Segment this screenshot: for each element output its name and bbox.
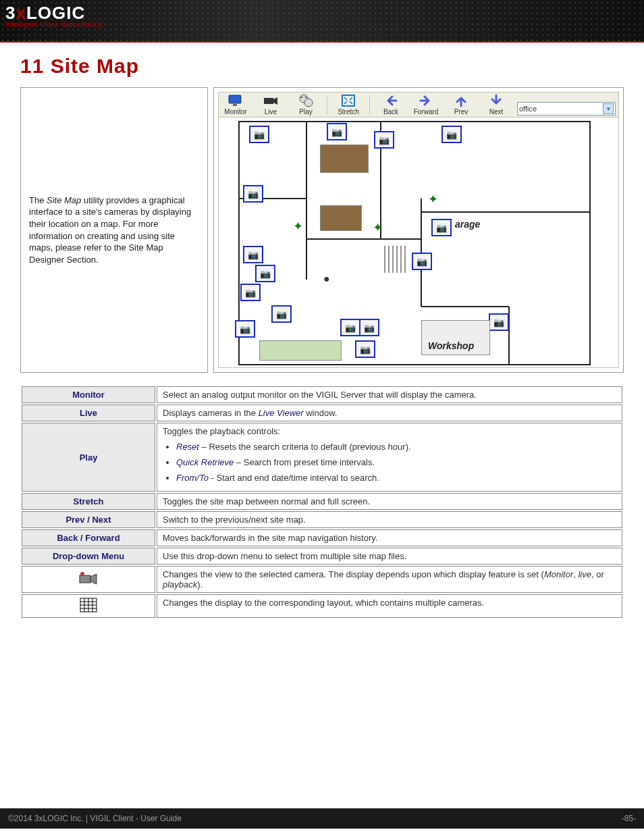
camera-marker[interactable]: 📷 bbox=[359, 319, 379, 336]
camera-marker[interactable]: 📷 bbox=[489, 313, 509, 331]
brand-tagline: Intelligent Video Surveillance bbox=[5, 21, 102, 28]
camera-small-icon bbox=[79, 571, 98, 586]
footer-left: ©2014 3xLOGIC Inc. | VIGIL Client - User… bbox=[8, 814, 182, 823]
prev-button[interactable]: Prev bbox=[447, 94, 475, 115]
next-button[interactable]: Next bbox=[482, 94, 510, 115]
camera-marker[interactable]: 📷 bbox=[271, 305, 292, 323]
camera-marker[interactable]: 📷 bbox=[374, 131, 394, 149]
room-label-garage: arage bbox=[455, 219, 480, 230]
svg-marker-25 bbox=[90, 574, 97, 584]
header-band: 3xLOGIC Intelligent Video Surveillance bbox=[0, 0, 644, 43]
camera-marker[interactable]: 📷 bbox=[240, 284, 261, 301]
forward-button[interactable]: Forward bbox=[412, 94, 440, 115]
svg-point-5 bbox=[304, 99, 313, 107]
svg-rect-8 bbox=[342, 95, 354, 106]
grid-icon bbox=[80, 598, 97, 613]
row-desc-monitor: Select an analog output monitor on the V… bbox=[157, 386, 622, 403]
row-desc-play: Toggles the playback controls: Reset – R… bbox=[157, 423, 622, 492]
svg-rect-2 bbox=[264, 98, 273, 104]
camera-marker[interactable]: 📷 bbox=[327, 123, 347, 140]
page-body: 11 Site Map The Site Map utility provide… bbox=[0, 43, 644, 619]
camera-marker[interactable]: 📷 bbox=[243, 185, 263, 203]
intro-text-box: The Site Map utility provides a graphica… bbox=[20, 87, 208, 373]
camera-marker[interactable]: 📷 bbox=[441, 126, 462, 143]
row-label-backfwd: Back / Forward bbox=[22, 529, 155, 546]
floorplan-canvas[interactable]: 📷 📷 📷 📷 📷 📷 📷 📷 📷 📷 📷 📷 📷 📷 📷 📷 bbox=[218, 118, 619, 368]
row-label-grid-icon bbox=[22, 594, 155, 618]
row-desc-stretch: Toggles the site map between normal and … bbox=[157, 493, 622, 510]
live-button[interactable]: Live bbox=[257, 94, 285, 115]
camera-marker[interactable]: 📷 bbox=[355, 340, 375, 358]
svg-point-6 bbox=[301, 97, 303, 99]
row-label-live: Live bbox=[22, 405, 155, 421]
svg-rect-24 bbox=[80, 575, 90, 583]
row-desc-camera-icon: Changes the view to the selected camera.… bbox=[157, 566, 622, 593]
row-desc-prevnext: Switch to the previous/next site map. bbox=[157, 511, 622, 528]
section-title: 11 Site Map bbox=[20, 55, 624, 78]
walls-icon bbox=[219, 118, 618, 367]
sitemap-select-value: office bbox=[519, 105, 537, 113]
controls-table: Monitor Select an analog output monitor … bbox=[20, 385, 624, 619]
footer-page-number: -85- bbox=[622, 814, 636, 823]
row-label-dropdown: Drop-down Menu bbox=[22, 548, 155, 565]
monitor-button[interactable]: Monitor bbox=[221, 94, 250, 115]
camera-marker[interactable]: 📷 bbox=[412, 253, 432, 270]
sitemap-screenshot: Monitor Live Play bbox=[213, 87, 624, 373]
camera-icon bbox=[263, 94, 279, 107]
arrow-right-icon bbox=[418, 94, 434, 107]
arrow-left-icon bbox=[383, 94, 399, 107]
camera-marker[interactable]: 📷 bbox=[255, 265, 275, 282]
svg-point-26 bbox=[80, 572, 84, 576]
row-label-stretch: Stretch bbox=[22, 493, 155, 510]
sitemap-toolbar: Monitor Live Play bbox=[218, 92, 619, 118]
stretch-button[interactable]: Stretch bbox=[334, 94, 363, 115]
back-button[interactable]: Back bbox=[377, 94, 405, 115]
play-icon bbox=[298, 94, 314, 107]
monitor-icon bbox=[227, 94, 244, 107]
svg-rect-9 bbox=[239, 122, 590, 365]
camera-marker[interactable]: 📷 bbox=[243, 246, 263, 263]
svg-rect-0 bbox=[229, 95, 241, 103]
room-label-workshop: Workshop bbox=[428, 340, 474, 351]
camera-marker[interactable]: 📷 bbox=[431, 219, 452, 236]
svg-marker-3 bbox=[273, 97, 277, 105]
arrow-down-icon bbox=[488, 94, 504, 107]
intro-text: The Site Map utility provides a graphica… bbox=[29, 194, 199, 265]
row-desc-backfwd: Moves back/forwards in the site map navi… bbox=[157, 529, 622, 546]
camera-marker[interactable]: 📷 bbox=[249, 126, 269, 143]
page-footer: ©2014 3xLOGIC Inc. | VIGIL Client - User… bbox=[0, 808, 644, 829]
row-label-monitor: Monitor bbox=[22, 386, 155, 403]
row-desc-dropdown: Use this drop-down menu to select from m… bbox=[157, 548, 622, 565]
row-desc-grid-icon: Changes the display to the corresponding… bbox=[157, 594, 622, 618]
camera-marker[interactable]: 📷 bbox=[235, 320, 255, 338]
svg-point-7 bbox=[305, 97, 307, 99]
row-desc-live: Displays cameras in the Live Viewer wind… bbox=[157, 405, 622, 421]
brand-logo: 3xLOGIC Intelligent Video Surveillance bbox=[5, 3, 102, 28]
sitemap-select[interactable]: office ▾ bbox=[517, 102, 616, 115]
play-button[interactable]: Play bbox=[292, 94, 320, 115]
arrow-up-icon bbox=[453, 94, 469, 107]
row-label-play: Play bbox=[22, 423, 155, 492]
camera-marker[interactable]: 📷 bbox=[340, 319, 360, 336]
row-label-prevnext: Prev / Next bbox=[22, 511, 155, 528]
row-label-camera-icon bbox=[22, 566, 155, 593]
intro-row: The Site Map utility provides a graphica… bbox=[20, 87, 624, 373]
svg-rect-1 bbox=[233, 104, 237, 106]
stretch-icon bbox=[340, 94, 356, 107]
chevron-down-icon: ▾ bbox=[603, 103, 614, 114]
